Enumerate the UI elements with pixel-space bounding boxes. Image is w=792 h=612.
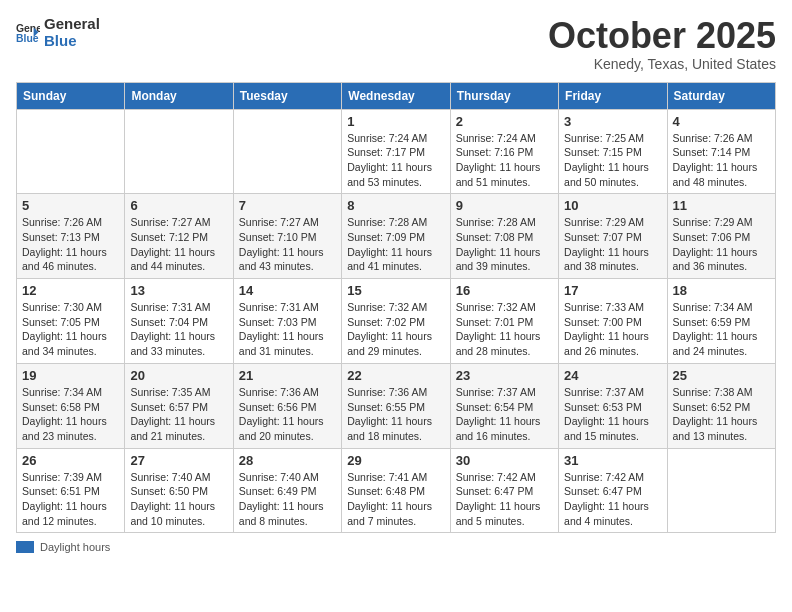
day-info: Sunrise: 7:29 AM Sunset: 7:07 PM Dayligh…: [564, 215, 661, 274]
calendar-cell: 19Sunrise: 7:34 AM Sunset: 6:58 PM Dayli…: [17, 363, 125, 448]
day-info: Sunrise: 7:36 AM Sunset: 6:55 PM Dayligh…: [347, 385, 444, 444]
day-info: Sunrise: 7:26 AM Sunset: 7:13 PM Dayligh…: [22, 215, 119, 274]
day-number: 21: [239, 368, 336, 383]
day-number: 31: [564, 453, 661, 468]
calendar-cell: 7Sunrise: 7:27 AM Sunset: 7:10 PM Daylig…: [233, 194, 341, 279]
calendar-week-row: 1Sunrise: 7:24 AM Sunset: 7:17 PM Daylig…: [17, 109, 776, 194]
calendar-cell: 22Sunrise: 7:36 AM Sunset: 6:55 PM Dayli…: [342, 363, 450, 448]
day-info: Sunrise: 7:26 AM Sunset: 7:14 PM Dayligh…: [673, 131, 770, 190]
day-number: 16: [456, 283, 553, 298]
day-info: Sunrise: 7:34 AM Sunset: 6:59 PM Dayligh…: [673, 300, 770, 359]
day-number: 27: [130, 453, 227, 468]
logo-icon: General Blue: [16, 21, 40, 45]
calendar-cell: 21Sunrise: 7:36 AM Sunset: 6:56 PM Dayli…: [233, 363, 341, 448]
day-number: 17: [564, 283, 661, 298]
day-info: Sunrise: 7:35 AM Sunset: 6:57 PM Dayligh…: [130, 385, 227, 444]
calendar-cell: [667, 448, 775, 533]
day-number: 18: [673, 283, 770, 298]
day-number: 30: [456, 453, 553, 468]
calendar-cell: 2Sunrise: 7:24 AM Sunset: 7:16 PM Daylig…: [450, 109, 558, 194]
calendar-day-header: Thursday: [450, 82, 558, 109]
calendar-cell: 14Sunrise: 7:31 AM Sunset: 7:03 PM Dayli…: [233, 279, 341, 364]
day-info: Sunrise: 7:37 AM Sunset: 6:54 PM Dayligh…: [456, 385, 553, 444]
day-info: Sunrise: 7:29 AM Sunset: 7:06 PM Dayligh…: [673, 215, 770, 274]
calendar-cell: [17, 109, 125, 194]
calendar-cell: 13Sunrise: 7:31 AM Sunset: 7:04 PM Dayli…: [125, 279, 233, 364]
calendar-day-header: Monday: [125, 82, 233, 109]
day-number: 6: [130, 198, 227, 213]
day-number: 20: [130, 368, 227, 383]
calendar-cell: 28Sunrise: 7:40 AM Sunset: 6:49 PM Dayli…: [233, 448, 341, 533]
day-info: Sunrise: 7:30 AM Sunset: 7:05 PM Dayligh…: [22, 300, 119, 359]
calendar-cell: 24Sunrise: 7:37 AM Sunset: 6:53 PM Dayli…: [559, 363, 667, 448]
day-number: 29: [347, 453, 444, 468]
calendar-cell: 16Sunrise: 7:32 AM Sunset: 7:01 PM Dayli…: [450, 279, 558, 364]
calendar-cell: 9Sunrise: 7:28 AM Sunset: 7:08 PM Daylig…: [450, 194, 558, 279]
day-number: 7: [239, 198, 336, 213]
calendar-title: October 2025: [548, 16, 776, 56]
logo-text-general: General: [44, 16, 100, 33]
calendar-cell: 26Sunrise: 7:39 AM Sunset: 6:51 PM Dayli…: [17, 448, 125, 533]
legend: Daylight hours: [16, 541, 776, 553]
calendar-cell: 20Sunrise: 7:35 AM Sunset: 6:57 PM Dayli…: [125, 363, 233, 448]
day-info: Sunrise: 7:24 AM Sunset: 7:16 PM Dayligh…: [456, 131, 553, 190]
day-number: 12: [22, 283, 119, 298]
day-number: 14: [239, 283, 336, 298]
day-info: Sunrise: 7:33 AM Sunset: 7:00 PM Dayligh…: [564, 300, 661, 359]
calendar-cell: 1Sunrise: 7:24 AM Sunset: 7:17 PM Daylig…: [342, 109, 450, 194]
calendar-cell: 30Sunrise: 7:42 AM Sunset: 6:47 PM Dayli…: [450, 448, 558, 533]
day-number: 3: [564, 114, 661, 129]
day-number: 5: [22, 198, 119, 213]
calendar-subtitle: Kenedy, Texas, United States: [548, 56, 776, 72]
day-info: Sunrise: 7:37 AM Sunset: 6:53 PM Dayligh…: [564, 385, 661, 444]
calendar-cell: 6Sunrise: 7:27 AM Sunset: 7:12 PM Daylig…: [125, 194, 233, 279]
logo-text-blue: Blue: [44, 33, 100, 50]
day-number: 28: [239, 453, 336, 468]
day-info: Sunrise: 7:28 AM Sunset: 7:09 PM Dayligh…: [347, 215, 444, 274]
day-number: 24: [564, 368, 661, 383]
day-info: Sunrise: 7:34 AM Sunset: 6:58 PM Dayligh…: [22, 385, 119, 444]
page-header: General Blue General Blue October 2025 K…: [16, 16, 776, 72]
calendar-cell: 29Sunrise: 7:41 AM Sunset: 6:48 PM Dayli…: [342, 448, 450, 533]
calendar-table: SundayMondayTuesdayWednesdayThursdayFrid…: [16, 82, 776, 534]
calendar-cell: 25Sunrise: 7:38 AM Sunset: 6:52 PM Dayli…: [667, 363, 775, 448]
day-number: 25: [673, 368, 770, 383]
day-number: 15: [347, 283, 444, 298]
calendar-cell: 23Sunrise: 7:37 AM Sunset: 6:54 PM Dayli…: [450, 363, 558, 448]
calendar-day-header: Tuesday: [233, 82, 341, 109]
legend-label: Daylight hours: [40, 541, 110, 553]
day-info: Sunrise: 7:32 AM Sunset: 7:02 PM Dayligh…: [347, 300, 444, 359]
day-number: 22: [347, 368, 444, 383]
calendar-week-row: 19Sunrise: 7:34 AM Sunset: 6:58 PM Dayli…: [17, 363, 776, 448]
calendar-day-header: Saturday: [667, 82, 775, 109]
day-info: Sunrise: 7:31 AM Sunset: 7:04 PM Dayligh…: [130, 300, 227, 359]
legend-color-box: [16, 541, 34, 553]
calendar-header-row: SundayMondayTuesdayWednesdayThursdayFrid…: [17, 82, 776, 109]
day-number: 23: [456, 368, 553, 383]
calendar-week-row: 26Sunrise: 7:39 AM Sunset: 6:51 PM Dayli…: [17, 448, 776, 533]
calendar-cell: [125, 109, 233, 194]
day-info: Sunrise: 7:25 AM Sunset: 7:15 PM Dayligh…: [564, 131, 661, 190]
day-info: Sunrise: 7:41 AM Sunset: 6:48 PM Dayligh…: [347, 470, 444, 529]
day-info: Sunrise: 7:32 AM Sunset: 7:01 PM Dayligh…: [456, 300, 553, 359]
day-number: 11: [673, 198, 770, 213]
day-number: 19: [22, 368, 119, 383]
logo: General Blue General Blue: [16, 16, 100, 49]
day-number: 26: [22, 453, 119, 468]
calendar-cell: 18Sunrise: 7:34 AM Sunset: 6:59 PM Dayli…: [667, 279, 775, 364]
day-number: 1: [347, 114, 444, 129]
day-info: Sunrise: 7:40 AM Sunset: 6:50 PM Dayligh…: [130, 470, 227, 529]
calendar-day-header: Sunday: [17, 82, 125, 109]
day-number: 4: [673, 114, 770, 129]
title-area: October 2025 Kenedy, Texas, United State…: [548, 16, 776, 72]
day-info: Sunrise: 7:28 AM Sunset: 7:08 PM Dayligh…: [456, 215, 553, 274]
day-info: Sunrise: 7:42 AM Sunset: 6:47 PM Dayligh…: [564, 470, 661, 529]
calendar-cell: 12Sunrise: 7:30 AM Sunset: 7:05 PM Dayli…: [17, 279, 125, 364]
day-info: Sunrise: 7:42 AM Sunset: 6:47 PM Dayligh…: [456, 470, 553, 529]
calendar-cell: [233, 109, 341, 194]
day-info: Sunrise: 7:27 AM Sunset: 7:10 PM Dayligh…: [239, 215, 336, 274]
day-info: Sunrise: 7:38 AM Sunset: 6:52 PM Dayligh…: [673, 385, 770, 444]
calendar-cell: 11Sunrise: 7:29 AM Sunset: 7:06 PM Dayli…: [667, 194, 775, 279]
calendar-cell: 27Sunrise: 7:40 AM Sunset: 6:50 PM Dayli…: [125, 448, 233, 533]
calendar-cell: 31Sunrise: 7:42 AM Sunset: 6:47 PM Dayli…: [559, 448, 667, 533]
